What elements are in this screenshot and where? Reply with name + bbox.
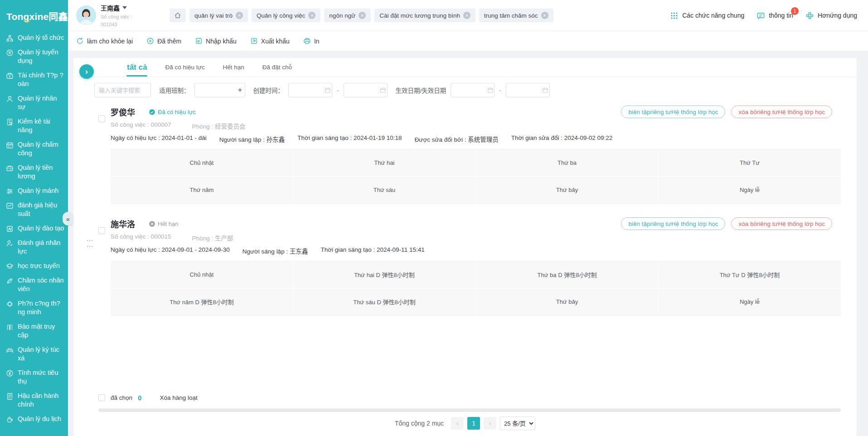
export-button[interactable]: Xuất khẩu — [250, 37, 290, 45]
edit-button[interactable]: biên tậpriêng tưHệ thống lớp học — [621, 105, 725, 118]
topbar: 王南鑫 Số công việc : 001043 quản lý vai tr… — [68, 0, 868, 31]
prev-page-button[interactable]: ‹ — [451, 417, 464, 430]
created-start-input[interactable] — [289, 83, 324, 97]
sidebar-item-employee-care[interactable]: Chăm sóc nhân viên — [6, 276, 64, 293]
page-1-button[interactable]: 1 — [467, 417, 480, 430]
sidebar-item-smart-hardware[interactable]: Ph?n c?ng th?ng minh — [6, 299, 64, 316]
valid-date-end[interactable] — [506, 83, 550, 97]
horizontal-scrollbar[interactable] — [98, 408, 841, 412]
sidebar-item-label: Tính mức tiêu thụ — [18, 369, 64, 386]
sidebar-item-admin-logistics[interactable]: Hậu cần hành chính — [6, 392, 64, 409]
graduation-cap-icon — [6, 263, 14, 270]
home-icon — [174, 12, 181, 19]
refresh-label: làm cho khỏe lại — [87, 38, 133, 45]
sidebar-item-label: Kiểm kê tài năng — [18, 117, 64, 134]
sidebar-item-payroll[interactable]: Quản lý tiền lương — [6, 163, 64, 181]
sidebar-item-org[interactable]: Quản lý tổ chức — [6, 34, 64, 42]
batch-delete-button[interactable]: Xóa hàng loạt — [160, 394, 197, 401]
add-button[interactable]: Đã thêm — [146, 37, 181, 45]
schedule-cell: Thứ Tư — [659, 149, 841, 176]
print-button[interactable]: In — [303, 37, 320, 45]
sidebar-item-recruitment[interactable]: Quản lý tuyển dụng — [6, 48, 64, 65]
edit-button[interactable]: biên tậpriêng tưHệ thống lớp học — [621, 217, 725, 230]
record-header: 施华洛 Hết hạn biên tậpriêng tưHệ thống lớp… — [111, 217, 857, 230]
turnstile-icon — [6, 323, 14, 331]
sidebar-item-training[interactable]: Quản lý đào tạo — [6, 224, 64, 233]
drag-handle-icon[interactable]: ⋮⋮ — [88, 237, 92, 249]
user-menu[interactable]: 王南鑫 — [101, 3, 148, 12]
tab-expired[interactable]: Hết hạn — [223, 64, 244, 77]
sidebar-item-performance[interactable]: đánh giá hiệu suất — [6, 201, 64, 218]
messages-button[interactable]: thông tin 1 — [756, 11, 793, 20]
plus-icon[interactable]: + — [235, 86, 244, 95]
sidebar-item-consumption[interactable]: Tính mức tiêu thụ — [6, 369, 64, 386]
valid-start-input[interactable] — [451, 83, 486, 97]
next-page-button[interactable]: › — [484, 417, 496, 430]
expand-panel-button[interactable]: › — [79, 64, 94, 79]
sidebar-item-elearning[interactable]: học trực tuyến — [6, 262, 64, 270]
sidebar-item-hr[interactable]: Quản lý nhân sự — [6, 94, 64, 111]
tab-language[interactable]: ngôn ngữ × — [324, 9, 371, 22]
tab-all[interactable]: tất cả — [127, 63, 147, 77]
sidebar-item-label: Quản lý đào tạo — [18, 224, 64, 233]
sidebar-item-label: Quản lý tiền lương — [18, 163, 64, 181]
import-button[interactable]: Nhập khẩu — [195, 37, 237, 45]
created-end-input[interactable] — [344, 83, 379, 97]
sliders-icon — [6, 187, 14, 195]
apps-button[interactable]: Hơnứng dụng — [805, 11, 857, 20]
tab-care-center[interactable]: trung tâm chăm sóc × — [479, 9, 553, 22]
tab-reserved[interactable]: Đã đặt chỗ — [262, 64, 292, 77]
refresh-button[interactable]: làm cho khỏe lại — [76, 37, 133, 45]
common-functions-button[interactable]: Các chức năng chung — [670, 11, 744, 20]
user-info: 王南鑫 Số công việc : 001043 — [101, 3, 148, 28]
valid-date-start[interactable] — [451, 83, 495, 97]
tab-average-salary-settings[interactable]: Cài đặt mức lương trung bình × — [374, 9, 475, 22]
shift-select[interactable]: + — [194, 83, 245, 97]
sidebar-item-dormitory[interactable]: Quản lý ký túc xá — [6, 345, 64, 363]
record-checkbox[interactable] — [98, 115, 105, 122]
record-name: 施华洛 — [111, 218, 135, 230]
finance-icon — [6, 72, 14, 80]
selection-bar: đã chọn 0 Xóa hàng loạt — [98, 394, 198, 402]
tab-home[interactable] — [170, 9, 186, 22]
sidebar-item-talent-inventory[interactable]: Kiểm kê tài năng — [6, 117, 64, 134]
delete-button[interactable]: xóa bỏriêng tưHệ thống lớp học — [731, 105, 832, 118]
keyword-input[interactable] — [95, 83, 150, 97]
page-size-select[interactable]: 25 条/页 — [500, 417, 535, 430]
created-date-start[interactable] — [288, 83, 332, 97]
select-all-checkbox[interactable] — [98, 394, 105, 401]
sidebar-menu: Quản lý tổ chức Quản lý tuyển dụng Tài c… — [0, 31, 68, 423]
close-icon[interactable]: × — [308, 12, 315, 19]
record-checkbox[interactable] — [98, 227, 105, 234]
avatar[interactable] — [76, 5, 96, 25]
record-meta: Ngày có hiệu lực : 2024-01-01 - dài Ngườ… — [111, 134, 857, 144]
sidebar-item-talent-review[interactable]: Đánh giá nhân lực — [6, 239, 64, 256]
tab-role-management[interactable]: quản lý vai trò × — [189, 9, 248, 22]
sidebar-item-finance[interactable]: Tài chính T?p ?oàn — [6, 71, 64, 88]
tab-job-management[interactable]: Quản lý công việc × — [252, 9, 320, 22]
sidebar-item-label: Bảo mật truy cập — [18, 322, 64, 340]
sidebar-item-label: học trực tuyến — [18, 262, 60, 270]
sidebar-collapse-handle[interactable]: « — [63, 212, 73, 225]
close-icon[interactable]: × — [541, 12, 548, 19]
user-job-number: 001043 — [101, 21, 148, 28]
sidebar-item-travel[interactable]: Quản lý du lịch — [6, 415, 64, 423]
close-icon[interactable]: × — [236, 12, 243, 19]
close-icon[interactable]: × — [359, 12, 366, 19]
valid-end-input[interactable] — [506, 83, 541, 97]
tab-valid[interactable]: Đã có hiệu lực — [165, 64, 204, 77]
record-subline: Số công việc : 000007 Phòng : 经营委员会 — [111, 121, 857, 130]
sidebar-item-modules[interactable]: Quản lý mảnh — [6, 187, 64, 195]
sidebar-item-access-security[interactable]: Bảo mật truy cập — [6, 322, 64, 340]
record-valid-range: Ngày có hiệu lực : 2024-09-01 - 2024-09-… — [111, 246, 230, 255]
record-job-no: Số công việc : 000007 — [111, 121, 171, 130]
created-date-end[interactable] — [344, 83, 388, 97]
caret-down-icon — [122, 6, 127, 9]
shift-input[interactable] — [195, 83, 236, 97]
sidebar-item-attendance[interactable]: Quản lý chấm công — [6, 140, 64, 158]
delete-button[interactable]: xóa bỏriêng tưHệ thống lớp học — [731, 217, 832, 230]
close-icon[interactable]: × — [463, 12, 470, 19]
document-check-icon — [6, 118, 14, 126]
list-card: › tất cả Đã có hiệu lực Hết hạn Đã đặt c… — [73, 58, 857, 436]
filter-row: 适用班制： + 创建时间： - 生效日期/失效日期 — [94, 83, 857, 97]
